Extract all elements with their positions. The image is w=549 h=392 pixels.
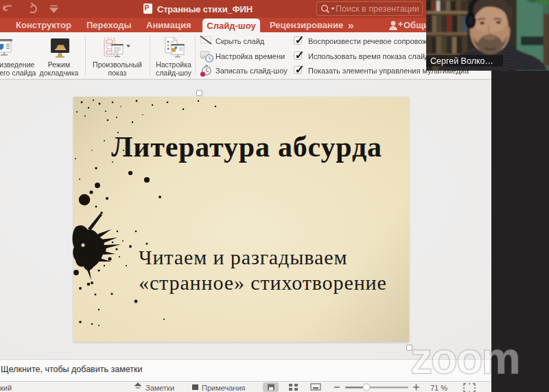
svg-text:Сергей Волко…: Сергей Волко… [430,56,493,66]
